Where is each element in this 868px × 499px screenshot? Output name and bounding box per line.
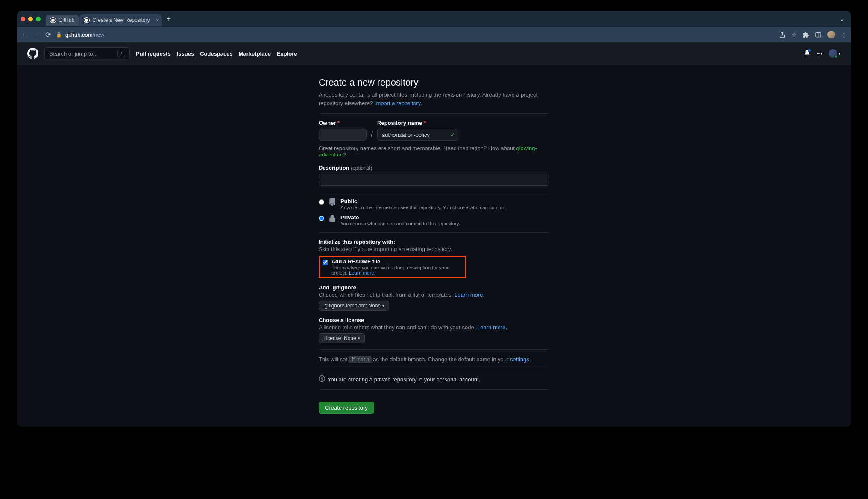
search-input[interactable]: Search or jump to... /	[44, 47, 130, 59]
notifications-button[interactable]	[803, 50, 810, 58]
profile-avatar[interactable]	[827, 31, 835, 38]
divider	[319, 389, 549, 390]
repo-icon	[328, 198, 336, 207]
url-field[interactable]: 🔒 github.com/new	[56, 32, 774, 38]
github-icon	[84, 17, 90, 23]
chevron-down-icon: ▾	[821, 51, 823, 56]
minimize-window-button[interactable]	[28, 17, 33, 21]
license-learn-more-link[interactable]: Learn more.	[477, 324, 507, 331]
address-bar: ← → ⟳ 🔒 github.com/new ☆ ⋮	[17, 27, 851, 42]
license-title: Choose a license	[319, 317, 549, 323]
nav-codespaces[interactable]: Codespaces	[200, 50, 233, 57]
check-icon: ✓	[450, 132, 455, 138]
chevron-down-icon: ▾	[358, 336, 360, 340]
nav-explore[interactable]: Explore	[277, 50, 297, 57]
close-tab-button[interactable]: ×	[155, 17, 159, 24]
info-icon	[319, 375, 325, 383]
divider	[319, 113, 549, 114]
browser-tab-bar: GitHub Create a New Repository × + ⌄	[17, 11, 851, 27]
svg-rect-0	[816, 32, 821, 37]
settings-link[interactable]: settings	[510, 356, 529, 363]
github-header: Search or jump to... / Pull requests Iss…	[17, 42, 851, 65]
gitignore-title: Add .gitignore	[319, 284, 549, 291]
maximize-window-button[interactable]	[36, 17, 41, 21]
github-icon	[50, 17, 56, 23]
nav-pull-requests[interactable]: Pull requests	[136, 50, 171, 57]
page-subtitle: A repository contains all project files,…	[319, 91, 549, 107]
browser-tab-github[interactable]: GitHub	[46, 15, 79, 26]
nav-issues[interactable]: Issues	[177, 50, 194, 57]
panel-icon[interactable]	[815, 32, 821, 38]
repo-name-label: Repository name *	[377, 120, 458, 126]
readme-description: This is where you can write a long descr…	[331, 265, 462, 275]
browser-tab-create-repo[interactable]: Create a New Repository ×	[79, 14, 161, 26]
branch-icon	[351, 356, 356, 363]
public-radio[interactable]	[319, 199, 324, 205]
page-title: Create a new repository	[319, 77, 549, 88]
gitignore-template-select[interactable]: .gitignore template: None ▾	[319, 301, 389, 311]
initialize-title: Initialize this repository with:	[319, 239, 549, 245]
divider	[319, 349, 549, 350]
import-repo-link[interactable]: Import a repository	[375, 100, 420, 106]
create-menu[interactable]: +▾	[816, 50, 823, 57]
name-hint: Great repository names are short and mem…	[319, 145, 549, 158]
reload-button[interactable]: ⟳	[45, 31, 51, 39]
divider	[319, 232, 549, 233]
notification-dot	[808, 49, 811, 52]
branch-info: This will set main as the default branch…	[319, 356, 549, 363]
lock-icon: 🔒	[56, 32, 62, 38]
chevron-down-icon: ▾	[382, 304, 384, 308]
license-description: A license tells others what they can and…	[319, 324, 549, 331]
back-button[interactable]: ←	[21, 31, 28, 38]
create-repository-button[interactable]: Create repository	[319, 402, 374, 414]
url-path: /new	[93, 32, 104, 38]
nav-marketplace[interactable]: Marketplace	[239, 50, 271, 57]
menu-icon[interactable]: ⋮	[841, 32, 847, 38]
github-logo[interactable]	[27, 48, 38, 59]
gitignore-learn-more-link[interactable]: Learn more.	[455, 292, 484, 298]
search-placeholder: Search or jump to...	[49, 50, 97, 57]
extensions-icon[interactable]	[803, 32, 809, 38]
search-shortcut: /	[117, 50, 125, 57]
close-window-button[interactable]	[21, 17, 25, 21]
private-radio[interactable]	[319, 216, 324, 221]
tab-label: GitHub	[59, 17, 74, 23]
chevron-down-icon: ▾	[839, 51, 841, 56]
tab-label: Create a New Repository	[92, 17, 150, 23]
lock-icon	[328, 215, 336, 224]
bookmark-icon[interactable]: ☆	[792, 32, 797, 38]
description-label: Description (optional)	[319, 165, 549, 171]
url-host: github.com	[65, 32, 93, 38]
main-nav: Pull requests Issues Codespaces Marketpl…	[136, 50, 297, 57]
description-input[interactable]	[319, 174, 549, 186]
public-title: Public	[340, 198, 549, 204]
license-select[interactable]: License: None ▾	[319, 333, 365, 343]
readme-checkbox[interactable]	[323, 260, 328, 265]
repo-name-input[interactable]	[377, 129, 458, 141]
private-description: You choose who can see and commit to thi…	[340, 221, 549, 226]
info-message: You are creating a private repository in…	[319, 375, 549, 383]
owner-select[interactable]	[319, 129, 367, 141]
share-icon[interactable]	[779, 32, 786, 38]
forward-button[interactable]: →	[33, 31, 40, 38]
readme-highlight: Add a README file This is where you can …	[319, 256, 466, 278]
window-controls	[21, 17, 41, 24]
owner-label: Owner *	[319, 120, 367, 126]
slash-separator: /	[370, 130, 374, 141]
readme-learn-more-link[interactable]: Learn more.	[349, 270, 375, 275]
gitignore-description: Choose which files not to track from a l…	[319, 292, 549, 298]
public-description: Anyone on the internet can see this repo…	[340, 205, 549, 210]
divider	[319, 369, 549, 369]
private-title: Private	[340, 214, 549, 221]
branch-badge: main	[349, 356, 372, 363]
tabs-menu-button[interactable]: ⌄	[840, 16, 844, 22]
readme-title: Add a README file	[331, 259, 462, 265]
initialize-subtitle: Skip this step if you're importing an ex…	[319, 246, 549, 252]
user-avatar	[829, 49, 837, 58]
user-menu[interactable]: ▾	[829, 49, 841, 58]
new-tab-button[interactable]: +	[163, 15, 175, 25]
divider	[319, 192, 549, 192]
